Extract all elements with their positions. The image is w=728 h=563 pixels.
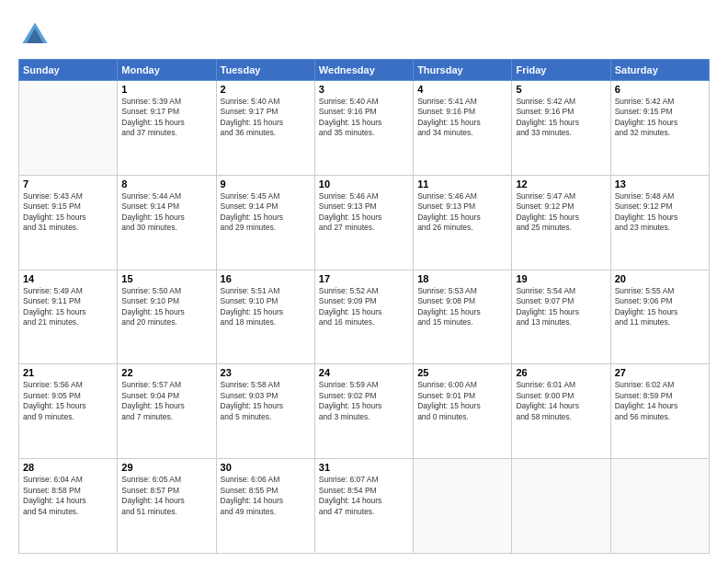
day-info: Sunrise: 5:54 AM Sunset: 9:07 PM Dayligh… bbox=[516, 286, 606, 328]
day-number: 17 bbox=[319, 273, 409, 284]
day-info: Sunrise: 6:01 AM Sunset: 9:00 PM Dayligh… bbox=[516, 380, 606, 422]
day-number: 29 bbox=[121, 462, 211, 473]
page: SundayMondayTuesdayWednesdayThursdayFrid… bbox=[0, 0, 728, 563]
calendar-day-cell: 17Sunrise: 5:52 AM Sunset: 9:09 PM Dayli… bbox=[314, 270, 413, 364]
calendar-day-cell: 31Sunrise: 6:07 AM Sunset: 8:54 PM Dayli… bbox=[314, 459, 413, 554]
calendar-day-cell: 7Sunrise: 5:43 AM Sunset: 9:15 PM Daylig… bbox=[19, 175, 118, 270]
calendar-weekday-thursday: Thursday bbox=[414, 60, 512, 81]
day-number: 14 bbox=[23, 273, 113, 284]
day-info: Sunrise: 5:46 AM Sunset: 9:13 PM Dayligh… bbox=[417, 191, 507, 234]
day-number: 28 bbox=[23, 462, 113, 473]
day-number: 16 bbox=[221, 273, 311, 284]
calendar-day-cell: 14Sunrise: 5:49 AM Sunset: 9:11 PM Dayli… bbox=[19, 270, 118, 364]
day-info: Sunrise: 5:42 AM Sunset: 9:16 PM Dayligh… bbox=[516, 97, 606, 139]
calendar-day-cell: 26Sunrise: 6:01 AM Sunset: 9:00 PM Dayli… bbox=[512, 364, 610, 459]
day-info: Sunrise: 5:40 AM Sunset: 9:16 PM Dayligh… bbox=[319, 97, 409, 139]
calendar-day-cell: 22Sunrise: 5:57 AM Sunset: 9:04 PM Dayli… bbox=[118, 364, 216, 459]
day-number: 30 bbox=[221, 462, 311, 473]
day-info: Sunrise: 6:05 AM Sunset: 8:57 PM Dayligh… bbox=[121, 475, 211, 517]
day-info: Sunrise: 6:00 AM Sunset: 9:01 PM Dayligh… bbox=[417, 380, 507, 422]
calendar-weekday-saturday: Saturday bbox=[610, 60, 709, 81]
calendar-day-cell: 11Sunrise: 5:46 AM Sunset: 9:13 PM Dayli… bbox=[414, 175, 512, 270]
day-info: Sunrise: 6:07 AM Sunset: 8:54 PM Dayligh… bbox=[319, 475, 409, 517]
calendar-day-cell: 8Sunrise: 5:44 AM Sunset: 9:14 PM Daylig… bbox=[118, 175, 216, 270]
calendar-day-cell: 18Sunrise: 5:53 AM Sunset: 9:08 PM Dayli… bbox=[414, 270, 512, 364]
day-info: Sunrise: 5:42 AM Sunset: 9:15 PM Dayligh… bbox=[615, 97, 705, 139]
calendar-day-cell: 9Sunrise: 5:45 AM Sunset: 9:14 PM Daylig… bbox=[216, 175, 314, 270]
calendar-day-cell: 19Sunrise: 5:54 AM Sunset: 9:07 PM Dayli… bbox=[512, 270, 610, 364]
day-info: Sunrise: 5:55 AM Sunset: 9:06 PM Dayligh… bbox=[615, 286, 705, 328]
calendar-day-cell: 1Sunrise: 5:39 AM Sunset: 9:17 PM Daylig… bbox=[118, 81, 216, 176]
calendar-week-row: 1Sunrise: 5:39 AM Sunset: 9:17 PM Daylig… bbox=[19, 81, 710, 176]
day-info: Sunrise: 5:39 AM Sunset: 9:17 PM Dayligh… bbox=[121, 97, 211, 139]
calendar-day-cell: 3Sunrise: 5:40 AM Sunset: 9:16 PM Daylig… bbox=[314, 81, 413, 176]
calendar-day-cell: 2Sunrise: 5:40 AM Sunset: 9:17 PM Daylig… bbox=[216, 81, 314, 176]
calendar-day-cell: 16Sunrise: 5:51 AM Sunset: 9:10 PM Dayli… bbox=[216, 270, 314, 364]
calendar-day-cell: 10Sunrise: 5:46 AM Sunset: 9:13 PM Dayli… bbox=[314, 175, 413, 270]
calendar-weekday-friday: Friday bbox=[512, 60, 610, 81]
calendar-day-cell: 20Sunrise: 5:55 AM Sunset: 9:06 PM Dayli… bbox=[610, 270, 709, 364]
calendar-day-cell: 4Sunrise: 5:41 AM Sunset: 9:16 PM Daylig… bbox=[414, 81, 512, 176]
day-number: 6 bbox=[615, 84, 705, 95]
logo bbox=[18, 18, 55, 52]
calendar-day-cell bbox=[414, 459, 512, 554]
day-info: Sunrise: 5:46 AM Sunset: 9:13 PM Dayligh… bbox=[319, 191, 409, 234]
calendar-day-cell bbox=[19, 81, 118, 176]
day-number: 15 bbox=[121, 273, 211, 284]
calendar-header-row: SundayMondayTuesdayWednesdayThursdayFrid… bbox=[19, 60, 710, 81]
calendar-week-row: 14Sunrise: 5:49 AM Sunset: 9:11 PM Dayli… bbox=[19, 270, 710, 364]
day-info: Sunrise: 5:47 AM Sunset: 9:12 PM Dayligh… bbox=[516, 191, 606, 234]
calendar-weekday-monday: Monday bbox=[118, 60, 216, 81]
day-number: 24 bbox=[319, 367, 409, 378]
calendar-day-cell: 25Sunrise: 6:00 AM Sunset: 9:01 PM Dayli… bbox=[414, 364, 512, 459]
day-number: 22 bbox=[121, 367, 211, 378]
calendar-day-cell bbox=[512, 459, 610, 554]
calendar-day-cell bbox=[610, 459, 709, 554]
day-info: Sunrise: 5:56 AM Sunset: 9:05 PM Dayligh… bbox=[23, 380, 113, 422]
calendar-day-cell: 15Sunrise: 5:50 AM Sunset: 9:10 PM Dayli… bbox=[118, 270, 216, 364]
calendar-day-cell: 12Sunrise: 5:47 AM Sunset: 9:12 PM Dayli… bbox=[512, 175, 610, 270]
calendar-table: SundayMondayTuesdayWednesdayThursdayFrid… bbox=[18, 59, 710, 554]
calendar-day-cell: 6Sunrise: 5:42 AM Sunset: 9:15 PM Daylig… bbox=[610, 81, 709, 176]
day-number: 23 bbox=[221, 367, 311, 378]
day-number: 12 bbox=[516, 178, 606, 190]
calendar-day-cell: 5Sunrise: 5:42 AM Sunset: 9:16 PM Daylig… bbox=[512, 81, 610, 176]
calendar-day-cell: 28Sunrise: 6:04 AM Sunset: 8:58 PM Dayli… bbox=[19, 459, 118, 554]
day-number: 7 bbox=[23, 178, 113, 190]
day-info: Sunrise: 5:41 AM Sunset: 9:16 PM Dayligh… bbox=[417, 97, 507, 139]
day-info: Sunrise: 6:06 AM Sunset: 8:55 PM Dayligh… bbox=[221, 475, 311, 517]
day-number: 8 bbox=[121, 178, 211, 190]
calendar-day-cell: 29Sunrise: 6:05 AM Sunset: 8:57 PM Dayli… bbox=[118, 459, 216, 554]
day-number: 13 bbox=[615, 178, 705, 190]
day-info: Sunrise: 6:02 AM Sunset: 8:59 PM Dayligh… bbox=[615, 380, 705, 422]
calendar-week-row: 21Sunrise: 5:56 AM Sunset: 9:05 PM Dayli… bbox=[19, 364, 710, 459]
day-number: 19 bbox=[516, 273, 606, 284]
calendar-day-cell: 30Sunrise: 6:06 AM Sunset: 8:55 PM Dayli… bbox=[216, 459, 314, 554]
calendar-day-cell: 13Sunrise: 5:48 AM Sunset: 9:12 PM Dayli… bbox=[610, 175, 709, 270]
day-info: Sunrise: 5:43 AM Sunset: 9:15 PM Dayligh… bbox=[23, 191, 113, 234]
day-info: Sunrise: 5:45 AM Sunset: 9:14 PM Dayligh… bbox=[221, 191, 311, 234]
day-info: Sunrise: 5:58 AM Sunset: 9:03 PM Dayligh… bbox=[221, 380, 311, 422]
day-number: 18 bbox=[417, 273, 507, 284]
day-number: 27 bbox=[615, 367, 705, 378]
calendar-weekday-tuesday: Tuesday bbox=[216, 60, 314, 81]
day-number: 31 bbox=[319, 462, 409, 473]
day-info: Sunrise: 6:04 AM Sunset: 8:58 PM Dayligh… bbox=[23, 475, 113, 517]
day-info: Sunrise: 5:57 AM Sunset: 9:04 PM Dayligh… bbox=[121, 380, 211, 422]
day-info: Sunrise: 5:44 AM Sunset: 9:14 PM Dayligh… bbox=[121, 191, 211, 234]
day-number: 25 bbox=[417, 367, 507, 378]
day-number: 3 bbox=[319, 84, 409, 95]
day-info: Sunrise: 5:49 AM Sunset: 9:11 PM Dayligh… bbox=[23, 286, 113, 328]
calendar-day-cell: 27Sunrise: 6:02 AM Sunset: 8:59 PM Dayli… bbox=[610, 364, 709, 459]
day-number: 21 bbox=[23, 367, 113, 378]
day-info: Sunrise: 5:51 AM Sunset: 9:10 PM Dayligh… bbox=[221, 286, 311, 328]
day-number: 10 bbox=[319, 178, 409, 190]
day-info: Sunrise: 5:40 AM Sunset: 9:17 PM Dayligh… bbox=[221, 97, 311, 139]
calendar-day-cell: 21Sunrise: 5:56 AM Sunset: 9:05 PM Dayli… bbox=[19, 364, 118, 459]
calendar-weekday-wednesday: Wednesday bbox=[314, 60, 413, 81]
calendar-weekday-sunday: Sunday bbox=[19, 60, 118, 81]
header bbox=[18, 18, 710, 52]
calendar-day-cell: 23Sunrise: 5:58 AM Sunset: 9:03 PM Dayli… bbox=[216, 364, 314, 459]
calendar-week-row: 7Sunrise: 5:43 AM Sunset: 9:15 PM Daylig… bbox=[19, 175, 710, 270]
day-number: 1 bbox=[121, 84, 211, 95]
